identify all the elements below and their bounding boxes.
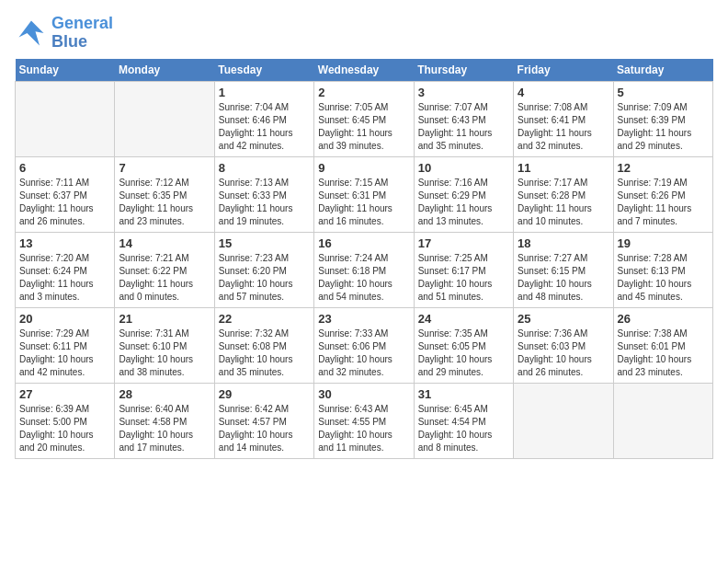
calendar-cell: 22Sunrise: 7:32 AM Sunset: 6:08 PM Dayli… bbox=[214, 307, 313, 383]
calendar-cell bbox=[16, 81, 115, 156]
day-info: Sunrise: 7:07 AM Sunset: 6:43 PM Dayligh… bbox=[418, 101, 509, 153]
day-info: Sunrise: 7:17 AM Sunset: 6:28 PM Dayligh… bbox=[518, 177, 609, 228]
day-info: Sunrise: 7:09 AM Sunset: 6:39 PM Dayligh… bbox=[618, 101, 709, 153]
day-info: Sunrise: 7:35 AM Sunset: 6:05 PM Dayligh… bbox=[418, 327, 509, 379]
weekday-header-wednesday: Wednesday bbox=[314, 59, 414, 82]
calendar-cell: 20Sunrise: 7:29 AM Sunset: 6:11 PM Dayli… bbox=[16, 307, 115, 383]
calendar-cell bbox=[613, 383, 712, 458]
calendar-cell: 5Sunrise: 7:09 AM Sunset: 6:39 PM Daylig… bbox=[613, 81, 712, 156]
calendar-cell: 21Sunrise: 7:31 AM Sunset: 6:10 PM Dayli… bbox=[115, 307, 214, 383]
day-info: Sunrise: 7:08 AM Sunset: 6:41 PM Dayligh… bbox=[518, 101, 609, 153]
calendar-cell: 26Sunrise: 7:38 AM Sunset: 6:01 PM Dayli… bbox=[613, 307, 712, 383]
day-info: Sunrise: 7:23 AM Sunset: 6:20 PM Dayligh… bbox=[219, 252, 310, 304]
day-number: 27 bbox=[19, 387, 110, 401]
logo: General Blue bbox=[15, 15, 113, 52]
day-number: 1 bbox=[219, 86, 310, 99]
day-number: 14 bbox=[119, 236, 210, 250]
weekday-header-sunday: Sunday bbox=[16, 59, 115, 82]
calendar-week-2: 6Sunrise: 7:11 AM Sunset: 6:37 PM Daylig… bbox=[16, 156, 713, 232]
calendar-cell: 3Sunrise: 7:07 AM Sunset: 6:43 PM Daylig… bbox=[414, 81, 513, 156]
day-number: 10 bbox=[418, 161, 509, 175]
day-info: Sunrise: 7:11 AM Sunset: 6:37 PM Dayligh… bbox=[19, 177, 110, 228]
calendar-cell: 4Sunrise: 7:08 AM Sunset: 6:41 PM Daylig… bbox=[514, 81, 613, 156]
day-info: Sunrise: 7:20 AM Sunset: 6:24 PM Dayligh… bbox=[19, 252, 110, 304]
weekday-header-friday: Friday bbox=[514, 59, 613, 82]
day-number: 5 bbox=[618, 86, 709, 99]
day-info: Sunrise: 6:40 AM Sunset: 4:58 PM Dayligh… bbox=[119, 403, 210, 454]
day-number: 30 bbox=[318, 387, 409, 401]
calendar-cell: 7Sunrise: 7:12 AM Sunset: 6:35 PM Daylig… bbox=[115, 156, 214, 232]
day-number: 23 bbox=[318, 312, 409, 326]
day-number: 31 bbox=[418, 387, 509, 401]
page-header: General Blue bbox=[15, 15, 713, 52]
calendar-cell: 10Sunrise: 7:16 AM Sunset: 6:29 PM Dayli… bbox=[414, 156, 513, 232]
calendar-cell: 6Sunrise: 7:11 AM Sunset: 6:37 PM Daylig… bbox=[16, 156, 115, 232]
day-info: Sunrise: 7:27 AM Sunset: 6:15 PM Dayligh… bbox=[518, 252, 609, 304]
calendar-cell: 15Sunrise: 7:23 AM Sunset: 6:20 PM Dayli… bbox=[214, 232, 313, 307]
day-number: 3 bbox=[418, 86, 509, 99]
calendar-week-5: 27Sunrise: 6:39 AM Sunset: 5:00 PM Dayli… bbox=[16, 383, 713, 458]
day-info: Sunrise: 7:13 AM Sunset: 6:33 PM Dayligh… bbox=[219, 177, 310, 228]
weekday-header-saturday: Saturday bbox=[613, 59, 712, 82]
day-info: Sunrise: 7:19 AM Sunset: 6:26 PM Dayligh… bbox=[618, 177, 709, 228]
calendar-cell: 30Sunrise: 6:43 AM Sunset: 4:55 PM Dayli… bbox=[314, 383, 414, 458]
day-number: 26 bbox=[618, 312, 709, 326]
day-number: 2 bbox=[318, 86, 409, 99]
calendar-cell: 14Sunrise: 7:21 AM Sunset: 6:22 PM Dayli… bbox=[115, 232, 214, 307]
day-info: Sunrise: 7:16 AM Sunset: 6:29 PM Dayligh… bbox=[418, 177, 509, 228]
day-number: 19 bbox=[618, 236, 709, 250]
day-number: 9 bbox=[318, 161, 409, 175]
day-info: Sunrise: 7:38 AM Sunset: 6:01 PM Dayligh… bbox=[618, 327, 709, 379]
day-info: Sunrise: 7:31 AM Sunset: 6:10 PM Dayligh… bbox=[119, 327, 210, 379]
day-number: 22 bbox=[219, 312, 310, 326]
day-number: 13 bbox=[19, 236, 110, 250]
calendar-cell: 13Sunrise: 7:20 AM Sunset: 6:24 PM Dayli… bbox=[16, 232, 115, 307]
day-info: Sunrise: 6:42 AM Sunset: 4:57 PM Dayligh… bbox=[219, 403, 310, 454]
calendar-cell: 1Sunrise: 7:04 AM Sunset: 6:46 PM Daylig… bbox=[214, 81, 313, 156]
day-number: 28 bbox=[119, 387, 210, 401]
calendar-cell: 12Sunrise: 7:19 AM Sunset: 6:26 PM Dayli… bbox=[613, 156, 712, 232]
calendar-cell: 19Sunrise: 7:28 AM Sunset: 6:13 PM Dayli… bbox=[613, 232, 712, 307]
day-info: Sunrise: 6:45 AM Sunset: 4:54 PM Dayligh… bbox=[418, 403, 509, 454]
logo-text: General Blue bbox=[51, 15, 113, 52]
day-info: Sunrise: 7:04 AM Sunset: 6:46 PM Dayligh… bbox=[219, 101, 310, 153]
calendar-cell: 18Sunrise: 7:27 AM Sunset: 6:15 PM Dayli… bbox=[514, 232, 613, 307]
day-number: 29 bbox=[219, 387, 310, 401]
calendar-cell: 17Sunrise: 7:25 AM Sunset: 6:17 PM Dayli… bbox=[414, 232, 513, 307]
day-number: 21 bbox=[119, 312, 210, 326]
day-info: Sunrise: 7:32 AM Sunset: 6:08 PM Dayligh… bbox=[219, 327, 310, 379]
calendar-cell: 29Sunrise: 6:42 AM Sunset: 4:57 PM Dayli… bbox=[214, 383, 313, 458]
calendar-week-3: 13Sunrise: 7:20 AM Sunset: 6:24 PM Dayli… bbox=[16, 232, 713, 307]
calendar-cell bbox=[115, 81, 214, 156]
day-number: 7 bbox=[119, 161, 210, 175]
calendar-cell: 27Sunrise: 6:39 AM Sunset: 5:00 PM Dayli… bbox=[16, 383, 115, 458]
day-number: 16 bbox=[318, 236, 409, 250]
day-info: Sunrise: 6:39 AM Sunset: 5:00 PM Dayligh… bbox=[19, 403, 110, 454]
day-number: 24 bbox=[418, 312, 509, 326]
day-number: 20 bbox=[19, 312, 110, 326]
calendar-cell bbox=[514, 383, 613, 458]
calendar-cell: 24Sunrise: 7:35 AM Sunset: 6:05 PM Dayli… bbox=[414, 307, 513, 383]
logo-icon bbox=[15, 17, 48, 50]
calendar-week-4: 20Sunrise: 7:29 AM Sunset: 6:11 PM Dayli… bbox=[16, 307, 713, 383]
day-info: Sunrise: 7:24 AM Sunset: 6:18 PM Dayligh… bbox=[318, 252, 409, 304]
calendar-cell: 2Sunrise: 7:05 AM Sunset: 6:45 PM Daylig… bbox=[314, 81, 414, 156]
weekday-header-monday: Monday bbox=[115, 59, 214, 82]
calendar-cell: 16Sunrise: 7:24 AM Sunset: 6:18 PM Dayli… bbox=[314, 232, 414, 307]
calendar-table: SundayMondayTuesdayWednesdayThursdayFrid… bbox=[15, 59, 713, 459]
day-number: 18 bbox=[518, 236, 609, 250]
calendar-week-1: 1Sunrise: 7:04 AM Sunset: 6:46 PM Daylig… bbox=[16, 81, 713, 156]
day-number: 15 bbox=[219, 236, 310, 250]
day-number: 11 bbox=[518, 161, 609, 175]
calendar-cell: 8Sunrise: 7:13 AM Sunset: 6:33 PM Daylig… bbox=[214, 156, 313, 232]
day-number: 12 bbox=[618, 161, 709, 175]
day-info: Sunrise: 7:29 AM Sunset: 6:11 PM Dayligh… bbox=[19, 327, 110, 379]
day-number: 8 bbox=[219, 161, 310, 175]
day-info: Sunrise: 6:43 AM Sunset: 4:55 PM Dayligh… bbox=[318, 403, 409, 454]
day-info: Sunrise: 7:33 AM Sunset: 6:06 PM Dayligh… bbox=[318, 327, 409, 379]
day-number: 6 bbox=[19, 161, 110, 175]
day-number: 17 bbox=[418, 236, 509, 250]
day-number: 4 bbox=[518, 86, 609, 99]
day-info: Sunrise: 7:05 AM Sunset: 6:45 PM Dayligh… bbox=[318, 101, 409, 153]
day-info: Sunrise: 7:36 AM Sunset: 6:03 PM Dayligh… bbox=[518, 327, 609, 379]
